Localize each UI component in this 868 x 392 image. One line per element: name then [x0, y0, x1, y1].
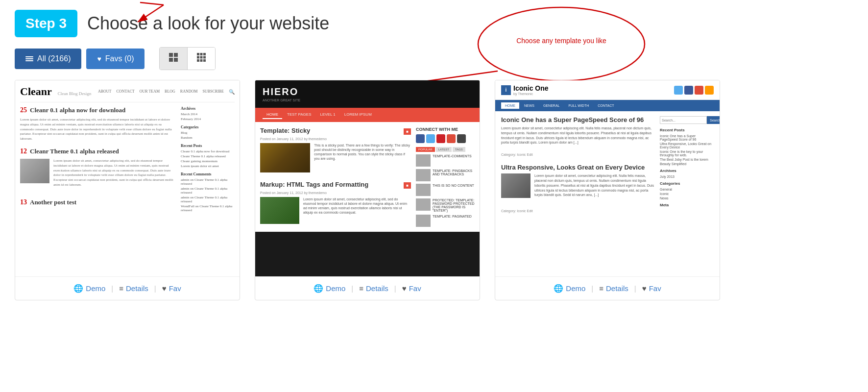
cleanr-recent-posts: Recent Posts Cleanr 0.1 alpha now for do…: [181, 144, 235, 168]
hiero-nav: HOME TEST PAGES LEVEL 1 LOREM IPSUM: [255, 108, 480, 122]
template-card-iconic: i Iconic One by Themonic HOME NEWS GENER…: [495, 80, 720, 300]
hiero-main: Template: Sticky ■ Posted on January 11,…: [260, 127, 411, 227]
templates-section: Cleanr Clean Blog Design ABOUT CONTACT O…: [0, 80, 868, 300]
cleanr-fav-link[interactable]: ♥ Fav: [162, 284, 181, 293]
svg-rect-11: [200, 53, 203, 55]
list-icon-hiero: ≡: [359, 284, 363, 293]
cleanr-post-2: 12 Cleanr Theme 0.1 alpha released Lorem…: [20, 147, 176, 193]
svg-rect-13: [197, 56, 199, 59]
iconic-recent-posts: Recent Posts Iconic One has a Super Page…: [660, 128, 714, 166]
grid-3col-icon: [196, 52, 206, 62]
svg-rect-9: [174, 58, 178, 62]
hiero-sidebar-items: TEMPLATE-COMMENTS TEMPLATE: PINGBACKS AN…: [416, 154, 475, 227]
cleanr-details-link[interactable]: ≡ Details: [119, 284, 148, 293]
cleanr-post-1: 25 Cleanr 0.1 alpha now for download Lor…: [20, 106, 176, 142]
hiero-post-1: Template: Sticky ■ Posted on January 11,…: [260, 127, 411, 175]
hiero-fav-link[interactable]: ♥ Fav: [402, 284, 421, 293]
iconic-header: i Iconic One by Themonic: [495, 80, 720, 100]
iconic-demo-link[interactable]: 🌐 Demo: [554, 284, 585, 293]
cleanr-post-3: 13 Another post test: [20, 198, 176, 208]
iconic-post-1: Iconic One has a Super PageSpeed Score o…: [501, 116, 655, 158]
cleanr-categories: Categories Blog Random: [181, 125, 235, 140]
template-card-hiero: HIERO ANOTHER GREAT SITE HOME TEST PAGES…: [255, 80, 480, 300]
iconic-archives: Archives July 2013: [660, 169, 714, 178]
svg-rect-7: [174, 53, 178, 57]
template-preview-cleanr: Cleanr Clean Blog Design ABOUT CONTACT O…: [15, 80, 240, 276]
iconic-facebook-icon: [684, 86, 693, 95]
iconic-search: Search: [660, 116, 714, 124]
cleanr-demo-link[interactable]: 🌐 Demo: [73, 284, 105, 293]
hiero-post-2: Markup: HTML Tags and Formatting ■ Poste…: [260, 181, 411, 224]
cleanr-archives: Archives March 2014 February 2014: [181, 106, 235, 121]
google-icon: [447, 134, 456, 143]
iconic-meta: Meta: [660, 203, 714, 207]
hiero-body: Template: Sticky ■ Posted on January 11,…: [255, 122, 480, 232]
svg-rect-6: [169, 53, 173, 57]
template-footer-hiero: 🌐 Demo | ≡ Details | ♥ Fav: [255, 276, 480, 300]
twitter-icon: [426, 134, 435, 143]
iconic-body: Iconic One has a Super PageSpeed Score o…: [495, 111, 720, 219]
svg-rect-10: [197, 53, 199, 55]
grid-2col-icon: [169, 52, 178, 62]
iconic-categories: Categories General Iconic News: [660, 181, 714, 200]
grid-view-2col-button[interactable]: [160, 48, 187, 70]
hiero-social-icons: [416, 134, 475, 143]
step-title: Choose a look for your website: [87, 13, 329, 34]
iconic-search-button[interactable]: Search: [707, 116, 720, 124]
globe-icon-cleanr: 🌐: [73, 284, 83, 293]
svg-rect-15: [203, 56, 206, 59]
more-icon: [457, 134, 466, 143]
iconic-search-input[interactable]: [660, 116, 707, 124]
controls-section: All (2166) ♥ Favs (0): [0, 42, 868, 80]
cleanr-sidebar: Archives March 2014 February 2014 Catego…: [181, 106, 235, 216]
cleanr-recent-comments: Recent Comments admin on Cleanr Theme 0.…: [181, 172, 235, 212]
top-section: Step 3 Choose a look for your website Ch…: [0, 0, 868, 42]
step-badge: Step 3: [15, 10, 77, 37]
iconic-sidebar: Search Recent Posts Iconic One has a Sup…: [660, 116, 714, 214]
hiero-sidebar: CONNECT WITH ME POPULAR LATEST TAGS: [416, 127, 475, 227]
favs-button[interactable]: ♥ Favs (0): [86, 49, 145, 69]
template-footer-iconic: 🌐 Demo | ≡ Details | ♥ Fav: [495, 276, 720, 300]
pinterest-icon: [436, 134, 445, 143]
heart-icon-iconic: ♥: [642, 284, 647, 293]
list-icon-iconic: ≡: [599, 284, 603, 293]
template-card-cleanr: Cleanr Clean Blog Design ABOUT CONTACT O…: [15, 80, 240, 300]
globe-icon-iconic: 🌐: [554, 284, 563, 293]
globe-icon-hiero: 🌐: [313, 284, 323, 293]
iconic-social-icons: [674, 86, 714, 95]
list-icon-cleanr: ≡: [119, 284, 123, 293]
hiero-post-1-image: [260, 143, 310, 172]
hiero-sidebar-tabs: POPULAR LATEST TAGS: [416, 147, 475, 152]
svg-line-5: [140, 2, 164, 5]
svg-rect-8: [169, 58, 173, 62]
svg-rect-17: [200, 59, 203, 62]
iconic-twitter-icon: [674, 86, 683, 95]
iconic-logo: i Iconic One by Themonic: [501, 84, 549, 96]
grid-view-3col-button[interactable]: [187, 48, 215, 70]
hiero-details-link[interactable]: ≡ Details: [359, 284, 388, 293]
iconic-post-2: Ultra Responsive, Looks Great on Every D…: [501, 164, 655, 214]
view-toggle: [159, 47, 216, 70]
heart-icon-hiero: ♥: [402, 284, 407, 293]
hiero-demo-link[interactable]: 🌐 Demo: [313, 284, 345, 293]
svg-rect-12: [203, 53, 206, 55]
iconic-fav-link[interactable]: ♥ Fav: [642, 284, 661, 293]
heart-icon-cleanr: ♥: [162, 284, 167, 293]
cleanr-nav: ABOUT CONTACT OUR TEAM BLOG RANDOM SUBSC…: [98, 89, 235, 95]
iconic-details-link[interactable]: ≡ Details: [599, 284, 628, 293]
heart-icon: ♥: [97, 55, 101, 63]
iconic-main: Iconic One has a Super PageSpeed Score o…: [501, 116, 655, 214]
cleanr-post-2-content: Lorem ipsum dolor sit amet, consectetur …: [20, 159, 176, 193]
iconic-nav: HOME NEWS GENERAL FULL WIDTH CONTACT: [495, 100, 720, 111]
svg-rect-18: [203, 59, 206, 62]
iconic-post-2-image: [501, 173, 530, 198]
list-icon: [25, 56, 33, 61]
svg-rect-16: [197, 59, 199, 62]
cleanr-logo: Cleanr Clean Blog Design: [20, 85, 91, 98]
template-footer-cleanr: 🌐 Demo | ≡ Details | ♥ Fav: [15, 276, 240, 300]
hiero-header: HIERO ANOTHER GREAT SITE: [255, 80, 480, 108]
template-preview-hiero: HIERO ANOTHER GREAT SITE HOME TEST PAGES…: [255, 80, 480, 276]
cleanr-post-2-image: [20, 159, 49, 183]
all-button[interactable]: All (2166): [15, 49, 81, 69]
svg-rect-14: [200, 56, 203, 59]
